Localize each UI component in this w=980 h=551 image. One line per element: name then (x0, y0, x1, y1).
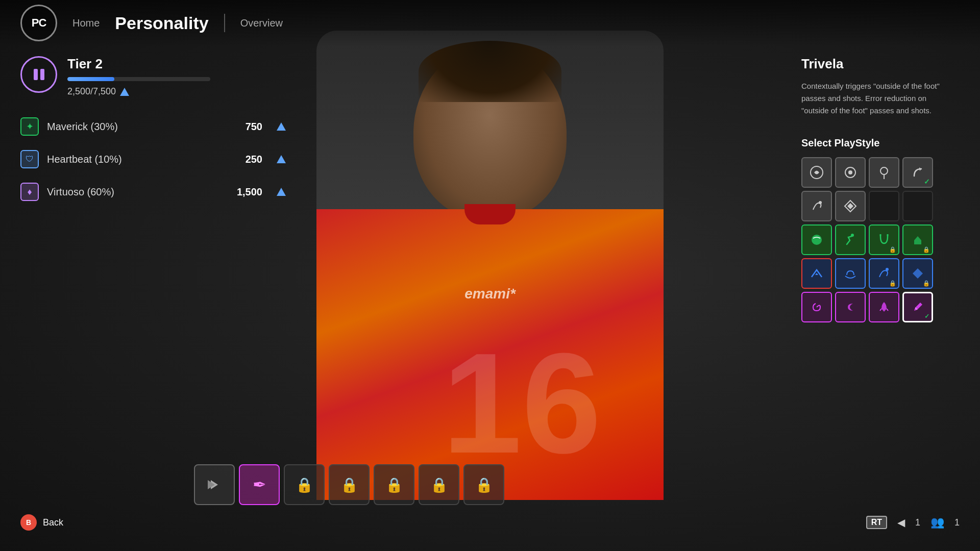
back-btn-label: B (26, 518, 31, 527)
ps-icon-blue-hands (843, 266, 858, 281)
ps-cell-row5-2[interactable] (835, 292, 866, 322)
trait-name-heartbeat: Heartbeat (10%) (47, 154, 237, 165)
lock-icon-4: 🔒 (430, 477, 448, 493)
ps-cell-row4-2[interactable] (835, 258, 866, 289)
tier-section: Tier 2 2,500/7,500 (20, 56, 286, 97)
nav-home[interactable]: Home (72, 17, 100, 29)
ps-icon-pink-spiral (809, 299, 824, 315)
slot-active[interactable]: ✒ (239, 464, 280, 505)
ps-icon-acrobatic (809, 198, 824, 214)
ps-cell-row3-3[interactable]: 🔒 (869, 224, 899, 255)
trivela-desc: Contextually triggers "outside of the fo… (801, 80, 949, 117)
slot-locked-5: 🔒 (463, 464, 504, 505)
trait-row-maverick[interactable]: ✦ Maverick (30%) 750 (20, 117, 286, 136)
ps-cell-row4-4[interactable]: 🔒 (902, 258, 933, 289)
lock-icon-5: 🔒 (475, 477, 493, 493)
arrow-icon (207, 477, 222, 492)
tier-triangle-icon (120, 88, 129, 96)
ps-lock-row4-4: 🔒 (923, 280, 930, 287)
header: PC Home Personality Overview (0, 0, 980, 46)
maverick-symbol: ✦ (26, 121, 34, 132)
tier-info: Tier 2 2,500/7,500 (67, 56, 286, 97)
ps-icon-target (843, 165, 858, 180)
ps-icon-trivela (910, 165, 925, 180)
svg-point-7 (819, 201, 822, 204)
nav-divider (224, 14, 225, 32)
ps-icon-pin (876, 165, 892, 180)
svg-point-5 (880, 167, 888, 174)
ps-lock-row3-3: 🔒 (889, 246, 896, 253)
rt-badge[interactable]: RT (866, 516, 887, 529)
ps-cell-row5-1[interactable] (801, 292, 832, 322)
trivela-title: Trivela (801, 56, 949, 72)
progress-bar-fill (67, 77, 114, 81)
ps-icon-green-magnet (876, 232, 892, 247)
bottom-right: RT ◀ 1 👥 1 (866, 516, 960, 529)
lock-icon-3: 🔒 (385, 477, 403, 493)
nav-personality: Personality (115, 13, 208, 33)
back-btn-circle: B (20, 514, 37, 531)
slot-locked-2: 🔒 (329, 464, 370, 505)
ps-icon-pink-rocket (876, 299, 892, 315)
trait-row-virtuoso[interactable]: ♦ Virtuoso (60%) 1,500 (20, 183, 286, 201)
ps-icon-sprint (809, 165, 824, 180)
ps-check-row1-4: ✓ (924, 178, 930, 186)
heartbeat-triangle (277, 155, 286, 163)
nav-count: 1 (915, 517, 920, 528)
ps-lock-row3-4: 🔒 (923, 246, 930, 253)
ps-lock-row4-3: 🔒 (889, 280, 896, 287)
tier-label: Tier 2 (67, 56, 286, 72)
logo-text: PC (32, 16, 46, 30)
pause-bar-right (40, 69, 44, 80)
select-playstyle-label: Select PlayStyle (801, 137, 949, 149)
svg-point-14 (886, 268, 889, 271)
ps-cell-row2-3 (869, 191, 899, 221)
heartbeat-symbol: 🛡 (26, 155, 34, 164)
ps-cell-row1-4[interactable]: ✓ (902, 157, 933, 188)
pause-icon (34, 69, 44, 80)
svg-marker-15 (913, 268, 923, 279)
svg-marker-9 (847, 203, 853, 209)
ps-cell-row3-2[interactable] (835, 224, 866, 255)
ps-icon-diamond (843, 198, 858, 214)
slot-locked-4: 🔒 (419, 464, 459, 505)
tier-circle (20, 56, 57, 93)
slot-arrow[interactable] (194, 464, 235, 505)
ps-cell-row2-1[interactable] (801, 191, 832, 221)
left-panel: Tier 2 2,500/7,500 ✦ Maverick (30%) 750 … (20, 56, 286, 215)
ps-icon-pink-moon (843, 299, 858, 315)
ps-cell-row2-2[interactable] (835, 191, 866, 221)
ps-icon-green-run (843, 232, 858, 247)
slot-active-icon: ✒ (253, 475, 266, 494)
svg-point-4 (848, 170, 852, 174)
ps-cell-row5-4[interactable]: ✓ (902, 292, 933, 322)
virtuoso-triangle (277, 188, 286, 196)
ps-cell-row3-4[interactable]: 🔒 (902, 224, 933, 255)
trait-row-heartbeat[interactable]: 🛡 Heartbeat (10%) 250 (20, 150, 286, 168)
trait-icon-virtuoso: ♦ (20, 183, 39, 201)
maverick-triangle (277, 122, 286, 131)
ps-cell-row1-1[interactable] (801, 157, 832, 188)
player-hair (419, 41, 561, 102)
player-count: 1 (954, 517, 960, 528)
ps-check-row5-4: ✓ (924, 313, 929, 320)
ps-cell-row5-3[interactable] (869, 292, 899, 322)
ps-icon-green-ball (809, 232, 824, 247)
slot-locked-3: 🔒 (374, 464, 414, 505)
ps-cell-row1-2[interactable] (835, 157, 866, 188)
ps-cell-row4-1[interactable] (801, 258, 832, 289)
player-number: 16 (443, 332, 601, 474)
trait-icon-maverick: ✦ (20, 117, 39, 136)
lock-icon-2: 🔒 (340, 477, 358, 493)
back-button[interactable]: B Back (20, 514, 63, 531)
lock-icon-1: 🔒 (296, 477, 313, 493)
ps-icon-blue-acro (876, 266, 892, 281)
ps-cell-row4-3[interactable]: 🔒 (869, 258, 899, 289)
ps-cell-row3-1[interactable] (801, 224, 832, 255)
ps-cell-row1-3[interactable] (869, 157, 899, 188)
traits-section: ✦ Maverick (30%) 750 🛡 Heartbeat (10%) 2… (20, 117, 286, 201)
playstyle-grid: ✓ 🔒 🔒 (801, 157, 949, 322)
ps-icon-green-lock (910, 232, 925, 247)
nav-overview[interactable]: Overview (240, 17, 283, 29)
trait-points-virtuoso: 1,500 (237, 186, 262, 198)
